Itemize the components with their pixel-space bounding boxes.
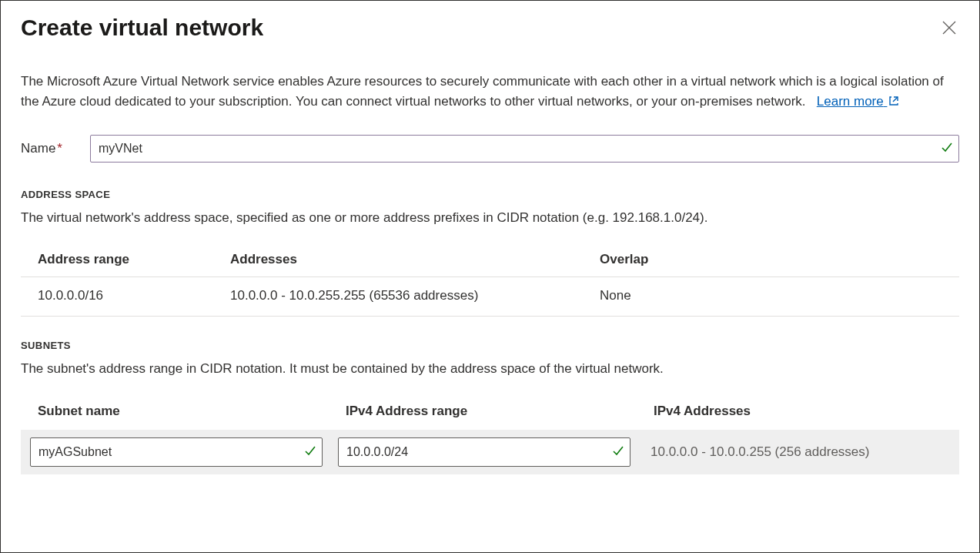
overlap-cell: None [583,277,959,317]
required-asterisk: * [57,141,62,156]
subnets-heading: SUBNETS [21,340,959,351]
subnet-range-input[interactable] [338,437,630,467]
learn-more-link[interactable]: Learn more [817,94,900,109]
subnet-addresses-header: IPv4 Addresses [637,396,959,430]
addresses-cell: 10.0.0.0 - 10.0.255.255 (65536 addresses… [213,277,583,317]
subnet-range-header: IPv4 Address range [329,396,637,430]
page-title: Create virtual network [21,15,263,41]
address-range-header: Address range [21,244,213,277]
address-space-row: 10.0.0.0/16 10.0.0.0 - 10.0.255.255 (655… [21,277,959,317]
intro-paragraph: The Microsoft Azure Virtual Network serv… [21,72,952,113]
close-button[interactable] [939,18,959,38]
panel-header: Create virtual network [21,15,959,72]
name-input[interactable] [90,135,959,163]
subnet-addresses-cell: 10.0.0.0 - 10.0.0.255 (256 addresses) [646,444,869,459]
name-field-label: Name* [21,141,90,156]
learn-more-label: Learn more [817,94,884,109]
subnet-row: 10.0.0.0 - 10.0.0.255 (256 addresses) [21,430,959,474]
subnets-table: Subnet name IPv4 Address range IPv4 Addr… [21,396,959,474]
external-link-icon [888,92,899,112]
name-input-wrap [90,135,959,163]
svg-line-2 [893,97,898,102]
subnet-name-input[interactable] [30,437,323,467]
name-field-row: Name* [21,135,959,163]
subnet-name-input-wrap [30,437,323,467]
address-space-heading: ADDRESS SPACE [21,189,959,200]
addresses-header: Addresses [213,244,583,277]
subnet-range-input-wrap [338,437,630,467]
subnets-description: The subnet's address range in CIDR notat… [21,359,959,379]
overlap-header: Overlap [583,244,959,277]
close-icon [942,21,956,35]
subnet-name-header: Subnet name [21,396,329,430]
address-space-table: Address range Addresses Overlap 10.0.0.0… [21,244,959,317]
create-vnet-panel: Create virtual network The Microsoft Azu… [0,0,980,553]
intro-text: The Microsoft Azure Virtual Network serv… [21,74,944,109]
address-range-cell: 10.0.0.0/16 [21,277,213,317]
address-space-description: The virtual network's address space, spe… [21,208,959,228]
